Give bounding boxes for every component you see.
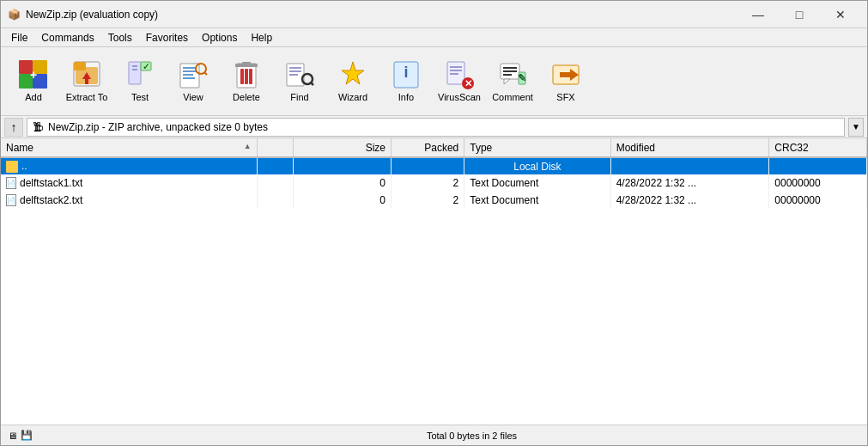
test-label: Test xyxy=(131,92,149,102)
menu-help[interactable]: Help xyxy=(244,30,279,46)
archive-icon: 🗜 xyxy=(33,121,43,133)
svg-rect-35 xyxy=(289,74,298,76)
table-header: Name ▲ Size Packed Type Modified CRC32 xyxy=(1,138,867,157)
file-size-cell: 0 xyxy=(294,174,392,192)
toolbar-wizard-button[interactable]: Wizard xyxy=(327,52,379,112)
file-type-cell: Text Document xyxy=(464,192,610,209)
title-bar: 📦 NewZip.zip (evaluation copy) — □ ✕ xyxy=(1,1,867,28)
table-row[interactable]: 📄delftstack1.txt 0 2 Text Document 4/28/… xyxy=(1,174,867,192)
svg-line-25 xyxy=(204,72,207,75)
close-button[interactable]: ✕ xyxy=(821,3,860,27)
col-header-modified[interactable]: Modified xyxy=(610,138,769,157)
toolbar-add-button[interactable]: + Add xyxy=(8,52,59,112)
col-header-sort[interactable] xyxy=(257,138,294,157)
svg-rect-21 xyxy=(183,70,197,72)
svg-rect-46 xyxy=(450,73,458,75)
svg-line-37 xyxy=(311,82,313,85)
breadcrumb-path: 🗜 NewZip.zip - ZIP archive, unpacked siz… xyxy=(27,118,845,137)
toolbar-extract-button[interactable]: Extract To xyxy=(61,52,112,112)
wizard-icon xyxy=(338,60,367,89)
file-name-cell: .. xyxy=(1,157,257,174)
svg-rect-23 xyxy=(183,77,195,79)
svg-rect-30 xyxy=(245,69,248,84)
breadcrumb-back-button[interactable]: ↑ xyxy=(4,118,23,137)
file-type-cell: Text Document xyxy=(464,174,610,192)
svg-text:✓: ✓ xyxy=(143,62,149,71)
view-icon xyxy=(179,60,208,89)
table-row[interactable]: 📄delftstack2.txt 0 2 Text Document 4/28/… xyxy=(1,192,867,209)
svg-text:✕: ✕ xyxy=(464,78,472,89)
title-controls: — □ ✕ xyxy=(738,3,860,27)
svg-rect-44 xyxy=(450,66,462,68)
breadcrumb-dropdown-button[interactable]: ▼ xyxy=(848,118,864,137)
toolbar-comment-button[interactable]: ✎ Comment xyxy=(487,52,538,112)
file-crc-cell: 00000000 xyxy=(769,192,867,209)
svg-rect-49 xyxy=(503,67,517,69)
test-icon: ✓ xyxy=(125,60,155,89)
svg-rect-51 xyxy=(503,74,512,76)
toolbar-info-button[interactable]: i Info xyxy=(380,52,432,112)
col-header-crc[interactable]: CRC32 xyxy=(769,138,867,157)
col-header-name[interactable]: Name ▲ xyxy=(1,138,257,157)
up-arrow-icon: ↑ xyxy=(11,120,17,134)
col-header-type[interactable]: Type xyxy=(464,138,610,157)
file-size-cell: 0 xyxy=(294,192,392,209)
svg-rect-33 xyxy=(289,67,301,69)
svg-rect-22 xyxy=(183,74,193,76)
file-table: Name ▲ Size Packed Type Modified CRC32 .… xyxy=(1,138,867,425)
virusscan-icon: ✕ xyxy=(445,60,474,89)
menu-options[interactable]: Options xyxy=(195,30,244,46)
extract-icon xyxy=(72,60,101,89)
table-row[interactable]: .. Local Disk xyxy=(1,157,867,174)
col-header-packed[interactable]: Packed xyxy=(392,138,464,157)
file-crc-cell: 00000000 xyxy=(769,174,867,192)
col-header-size[interactable]: Size xyxy=(294,138,392,157)
toolbar-delete-button[interactable]: Delete xyxy=(221,52,272,112)
svg-rect-20 xyxy=(183,67,197,69)
menu-bar: File Commands Tools Favorites Options He… xyxy=(1,28,867,47)
toolbar-virusscan-button[interactable]: ✕ VirusScan xyxy=(434,52,485,112)
info-icon: i xyxy=(392,60,421,89)
menu-favorites[interactable]: Favorites xyxy=(139,30,195,46)
status-text: Total 0 bytes in 2 files xyxy=(83,431,860,441)
file-packed-cell: 2 xyxy=(392,192,464,209)
svg-rect-45 xyxy=(450,70,462,71)
breadcrumb-bar: ↑ 🗜 NewZip.zip - ZIP archive, unpacked s… xyxy=(1,116,867,138)
status-icons: 🖥 💾 xyxy=(8,430,76,441)
svg-rect-31 xyxy=(249,69,252,84)
svg-rect-15 xyxy=(132,65,137,67)
svg-marker-38 xyxy=(342,62,364,84)
find-label: Find xyxy=(290,92,308,102)
svg-rect-16 xyxy=(132,69,137,70)
info-label: Info xyxy=(398,92,414,102)
menu-commands[interactable]: Commands xyxy=(34,30,100,46)
sfx-icon xyxy=(551,60,580,89)
toolbar: + Add Extract To ✓ Test xyxy=(1,47,867,116)
breadcrumb-text: NewZip.zip - ZIP archive, unpacked size … xyxy=(48,121,268,133)
status-icon-drive: 💾 xyxy=(21,430,33,441)
svg-rect-14 xyxy=(129,62,141,84)
title-left: 📦 NewZip.zip (evaluation copy) xyxy=(8,9,158,21)
toolbar-test-button[interactable]: ✓ Test xyxy=(114,52,166,112)
add-label: Add xyxy=(25,92,42,102)
window-title: NewZip.zip (evaluation copy) xyxy=(26,9,158,21)
svg-rect-34 xyxy=(289,70,301,72)
toolbar-find-button[interactable]: Find xyxy=(274,52,325,112)
wizard-label: Wizard xyxy=(338,92,367,102)
file-name-cell: 📄delftstack2.txt xyxy=(1,192,257,209)
menu-tools[interactable]: Tools xyxy=(101,30,139,46)
delete-icon xyxy=(232,60,261,89)
sfx-label: SFX xyxy=(556,92,574,102)
file-list-table: Name ▲ Size Packed Type Modified CRC32 .… xyxy=(1,138,867,209)
svg-text:✎: ✎ xyxy=(518,72,526,84)
extract-label: Extract To xyxy=(66,92,108,102)
menu-file[interactable]: File xyxy=(4,30,34,46)
delete-label: Delete xyxy=(233,92,260,102)
file-modified-cell: 4/28/2022 1:32 ... xyxy=(610,192,769,209)
minimize-button[interactable]: — xyxy=(738,3,778,27)
toolbar-view-button[interactable]: View xyxy=(167,52,219,112)
toolbar-sfx-button[interactable]: SFX xyxy=(540,52,592,112)
maximize-button[interactable]: □ xyxy=(780,3,819,27)
file-name-cell: 📄delftstack1.txt xyxy=(1,174,257,192)
comment-label: Comment xyxy=(492,92,533,102)
